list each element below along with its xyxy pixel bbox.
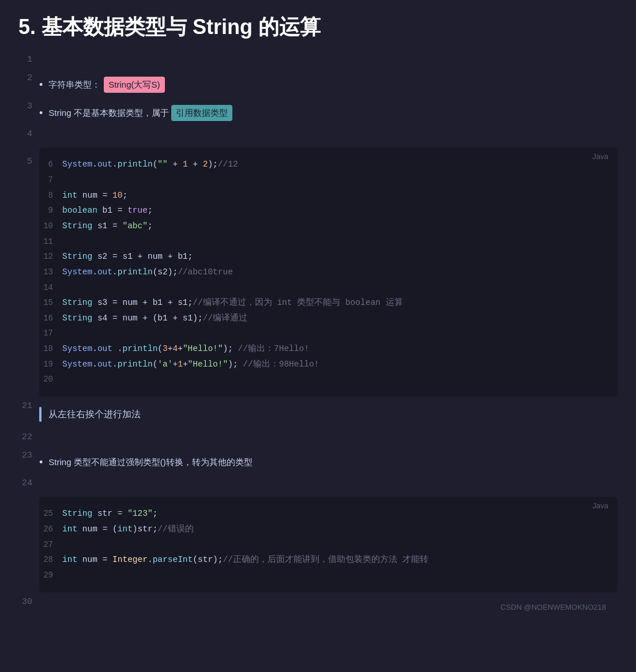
line-num-1: 1 [18, 52, 39, 65]
code-line-9: 9 boolean b1 = true; [39, 203, 618, 218]
code-line-20: 20 [39, 372, 618, 387]
bullet-dot-3: • [39, 454, 43, 471]
code-line-11: 11 [39, 234, 618, 250]
code-line-14: 14 [39, 280, 618, 296]
line-num-5: 5 [18, 145, 39, 399]
code-linecontent-11 [62, 235, 618, 249]
code1-label: Java [593, 152, 608, 161]
code-linecontent-18: System.out .println(3+4+"Hello!"); //输出：… [62, 342, 618, 356]
code-line-13: 13 System.out.println(s2);//abc10true [39, 265, 618, 280]
code-line-26: 26 int num = (int)str;//错误的 [39, 522, 618, 537]
code-line-28: 28 int num = Integer.parseInt(str);//正确的… [39, 552, 618, 568]
code-linecontent-25: String str = "123"; [62, 507, 618, 521]
code-line-18: 18 System.out .println(3+4+"Hello!"); //… [39, 341, 618, 357]
line-num-2: 2 [18, 71, 39, 83]
reference-type-badge: 引用数据类型 [171, 105, 232, 121]
code2-label: Java [593, 501, 608, 510]
line-24: 24 [18, 476, 618, 494]
code-block-2: Java 25 String str = "123"; 26 int num =… [39, 497, 618, 592]
code-linecontent-9: boolean b1 = true; [62, 203, 618, 218]
code-line-29: 29 [39, 568, 618, 583]
code-linenum-29: 29 [39, 571, 62, 580]
code-linenum-15: 15 [39, 298, 62, 307]
bullet-item-2: • String 不是基本数据类型，属于 引用数据类型 [39, 101, 618, 125]
line-1: 1 [18, 52, 618, 71]
line-num-3: 3 [18, 99, 39, 111]
code-linecontent-15: String s3 = num + b1 + s1;//编译不通过，因为 int… [62, 296, 618, 310]
line-4: 4 [18, 127, 618, 145]
code-linenum-11: 11 [39, 237, 62, 246]
blockquote-item: 从左往右挨个进行加法 [39, 403, 618, 425]
code-linecontent-13: System.out.println(s2);//abc10true [62, 265, 618, 280]
code-linecontent-12: String s2 = s1 + num + b1; [62, 250, 618, 264]
code-linenum-9: 9 [39, 206, 62, 215]
blockquote-bar [39, 407, 42, 422]
line-23: 23 • String 类型不能通过强制类型()转换，转为其他的类型 [18, 448, 618, 477]
line-30: 30 CSDN @NOENWEMOKNO218 [18, 595, 618, 621]
line-num-24: 24 [18, 476, 39, 488]
code-line-7: 7 [39, 172, 618, 188]
line-num-4: 4 [18, 127, 39, 139]
bullet-item-1: • 字符串类型： String(大写S) [39, 73, 618, 97]
code-linecontent-26: int num = (int)str;//错误的 [62, 522, 618, 537]
code-line-8: 8 int num = 10; [39, 188, 618, 203]
code-line-10: 10 String s1 = "abc"; [39, 218, 618, 234]
code-line-16: 16 String s4 = num + (b1 + s1);//编译通过 [39, 311, 618, 326]
line-3: 3 • String 不是基本数据类型，属于 引用数据类型 [18, 99, 618, 127]
code-block-1: Java 6 System.out.println("" + 1 + 2);//… [39, 148, 618, 397]
code-block-1-wrapper-outer: 5 Java 6 System.out.println("" + 1 + 2);… [18, 145, 618, 399]
line-21: 21 从左往右挨个进行加法 [18, 399, 618, 430]
code-linecontent-20 [62, 372, 618, 387]
code-line-25: 25 String str = "123"; [39, 506, 618, 522]
line-num-23: 23 [18, 448, 39, 460]
bullet-dot-1: • [39, 77, 43, 93]
code-linecontent-16: String s4 = num + (b1 + s1);//编译通过 [62, 311, 618, 326]
code-linecontent-8: int num = 10; [62, 188, 618, 203]
code-linecontent-14 [62, 281, 618, 295]
code-line-15: 15 String s3 = num + b1 + s1;//编译不通过，因为 … [39, 295, 618, 311]
line-num-21: 21 [18, 399, 39, 411]
line-num-30: 30 [18, 595, 39, 607]
line-22: 22 [18, 430, 618, 448]
code-linenum-20: 20 [39, 375, 62, 384]
code-block-2-wrapper-outer: Java 25 String str = "123"; 26 int num =… [18, 494, 618, 594]
bullet-dot-2: • [39, 105, 43, 122]
code-linenum-8: 8 [39, 191, 62, 200]
page-title: 5. 基本数据类型与 String 的运算 [0, 0, 636, 52]
code-linenum-13: 13 [39, 267, 62, 277]
code-linecontent-29 [62, 568, 618, 583]
code-linecontent-10: String s1 = "abc"; [62, 219, 618, 233]
code-linecontent-17 [62, 326, 618, 341]
code-linenum-17: 17 [39, 329, 62, 338]
code-line-17: 17 [39, 326, 618, 341]
blockquote-text: 从左往右挨个进行加法 [48, 407, 141, 422]
code-linenum-16: 16 [39, 314, 62, 323]
bullet1-prefix: 字符串类型： [48, 78, 100, 92]
code-linenum-26: 26 [39, 524, 62, 534]
code-line-27: 27 [39, 537, 618, 553]
code-linenum-18: 18 [39, 344, 62, 353]
code-linecontent-6: System.out.println("" + 1 + 2);//12 [62, 157, 618, 172]
bullet3-text: String 类型不能通过强制类型()转换，转为其他的类型 [48, 455, 252, 469]
code-linenum-27: 27 [39, 540, 62, 549]
code-line-12: 12 String s2 = s1 + num + b1; [39, 249, 618, 265]
code-linecontent-27 [62, 538, 618, 552]
code-linenum-19: 19 [39, 360, 62, 369]
code-linenum-6: 6 [39, 160, 62, 169]
code-line-6: 6 System.out.println("" + 1 + 2);//12 [39, 157, 618, 172]
code-linenum-7: 7 [39, 175, 62, 184]
watermark-text: CSDN @NOENWEMOKNO218 [39, 597, 618, 618]
bullet2-prefix: String 不是基本数据类型，属于 [48, 106, 168, 120]
code-linecontent-19: System.out.println('a'+1+"Hello!"); //输出… [62, 357, 618, 372]
line-num-24-anchor [18, 494, 39, 594]
string-badge: String(大写S) [104, 77, 164, 93]
code-linecontent-28: int num = Integer.parseInt(str);//正确的，后面… [62, 553, 618, 567]
code-linecontent-7 [62, 173, 618, 187]
code-linenum-12: 12 [39, 252, 62, 261]
line-num-22: 22 [18, 430, 39, 442]
code-linenum-28: 28 [39, 555, 62, 564]
code-line-19: 19 System.out.println('a'+1+"Hello!"); /… [39, 357, 618, 372]
line-2: 2 • 字符串类型： String(大写S) [18, 71, 618, 99]
code-linenum-25: 25 [39, 509, 62, 518]
bullet-item-3: • String 类型不能通过强制类型()转换，转为其他的类型 [39, 451, 618, 474]
